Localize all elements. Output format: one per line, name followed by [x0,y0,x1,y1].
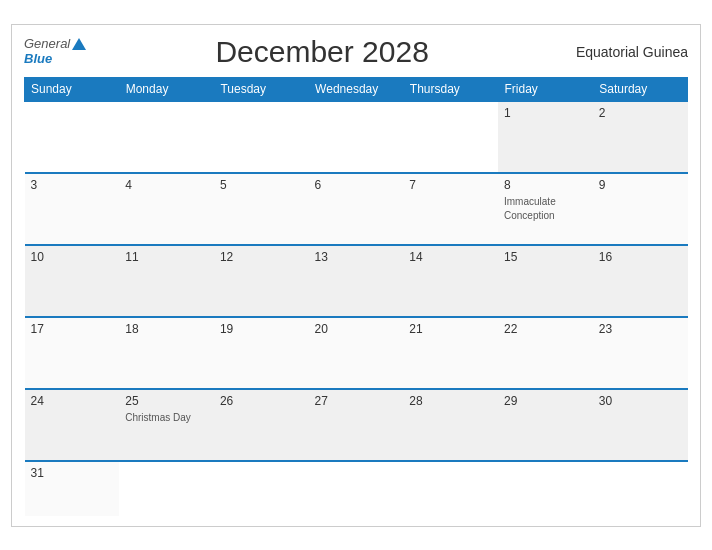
calendar-cell: 1 [498,101,593,173]
calendar-cell [214,461,309,516]
calendar-cell: 18 [119,317,214,389]
day-number: 20 [315,322,398,336]
calendar-country: Equatorial Guinea [558,44,688,60]
calendar-cell [498,461,593,516]
day-number: 2 [599,106,682,120]
day-number: 30 [599,394,682,408]
calendar-cell [119,461,214,516]
week-row: 12 [25,101,688,173]
day-header-thursday: Thursday [403,77,498,101]
calendar-cell: 29 [498,389,593,461]
calendar-cell [403,101,498,173]
day-header-monday: Monday [119,77,214,101]
day-number: 25 [125,394,208,408]
day-number: 24 [31,394,114,408]
day-number: 19 [220,322,303,336]
day-number: 12 [220,250,303,264]
calendar: General Blue December 2028 Equatorial Gu… [11,24,701,527]
calendar-cell: 10 [25,245,120,317]
calendar-cell: 7 [403,173,498,245]
calendar-cell [119,101,214,173]
calendar-cell: 19 [214,317,309,389]
days-header-row: SundayMondayTuesdayWednesdayThursdayFrid… [25,77,688,101]
day-header-saturday: Saturday [593,77,688,101]
week-row: 10111213141516 [25,245,688,317]
calendar-cell [403,461,498,516]
calendar-cell: 2 [593,101,688,173]
day-number: 23 [599,322,682,336]
day-number: 16 [599,250,682,264]
calendar-title: December 2028 [86,35,558,69]
calendar-cell: 28 [403,389,498,461]
day-header-friday: Friday [498,77,593,101]
calendar-cell: 3 [25,173,120,245]
day-number: 1 [504,106,587,120]
day-number: 27 [315,394,398,408]
day-number: 31 [31,466,114,480]
calendar-cell: 17 [25,317,120,389]
day-header-tuesday: Tuesday [214,77,309,101]
day-number: 21 [409,322,492,336]
calendar-cell: 16 [593,245,688,317]
logo: General Blue [24,37,86,66]
calendar-cell [593,461,688,516]
calendar-cell: 24 [25,389,120,461]
calendar-cell: 20 [309,317,404,389]
holiday-label: Christmas Day [125,412,191,423]
logo-general-text: General [24,37,70,51]
calendar-cell: 22 [498,317,593,389]
day-number: 17 [31,322,114,336]
day-number: 11 [125,250,208,264]
calendar-cell: 5 [214,173,309,245]
day-number: 22 [504,322,587,336]
day-number: 18 [125,322,208,336]
day-number: 28 [409,394,492,408]
calendar-cell: 13 [309,245,404,317]
day-number: 10 [31,250,114,264]
calendar-cell: 30 [593,389,688,461]
calendar-cell: 26 [214,389,309,461]
calendar-cell [25,101,120,173]
day-number: 14 [409,250,492,264]
day-header-sunday: Sunday [25,77,120,101]
calendar-header: General Blue December 2028 Equatorial Gu… [24,35,688,69]
calendar-cell: 4 [119,173,214,245]
calendar-cell: 31 [25,461,120,516]
day-number: 29 [504,394,587,408]
day-number: 15 [504,250,587,264]
day-number: 6 [315,178,398,192]
day-header-wednesday: Wednesday [309,77,404,101]
calendar-cell: 11 [119,245,214,317]
day-number: 26 [220,394,303,408]
day-number: 13 [315,250,398,264]
calendar-cell [309,101,404,173]
day-number: 9 [599,178,682,192]
calendar-cell: 25Christmas Day [119,389,214,461]
day-number: 7 [409,178,492,192]
week-row: 31 [25,461,688,516]
day-number: 5 [220,178,303,192]
day-number: 4 [125,178,208,192]
logo-blue-text: Blue [24,52,86,66]
week-row: 17181920212223 [25,317,688,389]
calendar-cell: 23 [593,317,688,389]
calendar-cell [214,101,309,173]
day-number: 8 [504,178,587,192]
holiday-label: Immaculate Conception [504,196,556,221]
calendar-cell: 12 [214,245,309,317]
week-row: 2425Christmas Day2627282930 [25,389,688,461]
week-row: 345678Immaculate Conception9 [25,173,688,245]
calendar-cell: 6 [309,173,404,245]
calendar-cell: 27 [309,389,404,461]
calendar-cell: 14 [403,245,498,317]
calendar-cell: 8Immaculate Conception [498,173,593,245]
calendar-table: SundayMondayTuesdayWednesdayThursdayFrid… [24,77,688,516]
calendar-cell: 21 [403,317,498,389]
day-number: 3 [31,178,114,192]
calendar-cell: 9 [593,173,688,245]
calendar-cell: 15 [498,245,593,317]
logo-triangle-icon [72,38,86,50]
calendar-cell [309,461,404,516]
